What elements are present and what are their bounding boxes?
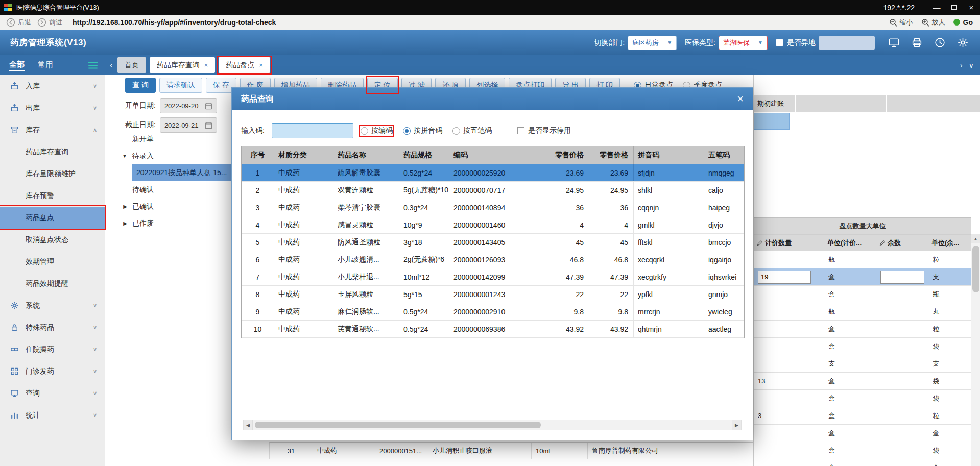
drug-table-row[interactable]: 6中成药小儿豉翘清...2g(无蔗糖)*6200000012609346.846… bbox=[242, 251, 744, 268]
sidebar-item-stock-limit-maintenance[interactable]: 库存量限额维护 bbox=[0, 163, 105, 185]
printer-icon[interactable] bbox=[911, 37, 923, 48]
sidebar-item-statistics[interactable]: 统计∨ bbox=[0, 404, 105, 426]
modal-close-icon[interactable]: × bbox=[737, 93, 744, 105]
stock-row[interactable]: 13盒袋 bbox=[754, 373, 971, 390]
hamburger-menu-icon[interactable] bbox=[88, 61, 98, 69]
stock-row[interactable]: 盒盒 bbox=[754, 459, 971, 466]
stock-row[interactable]: 瓶丸 bbox=[754, 303, 971, 321]
table-cell: xecqqrkl bbox=[634, 251, 704, 268]
stock-row[interactable]: 瓶粒 bbox=[754, 251, 971, 268]
tab-scroll-left-icon[interactable]: ‹ bbox=[110, 60, 113, 70]
qty-input[interactable] bbox=[758, 271, 811, 284]
show-disabled-checkbox-wrap[interactable]: 是否显示停用 bbox=[517, 126, 571, 135]
minimize-button[interactable]: — bbox=[928, 0, 945, 15]
start-date-label: 开单日期: bbox=[125, 101, 156, 110]
stock-row[interactable]: 盒瓶 bbox=[754, 286, 971, 303]
remote-input[interactable] bbox=[819, 36, 875, 50]
sidebar-item-inpatient-dispensing[interactable]: 住院摆药∨ bbox=[0, 338, 105, 360]
scroll-up-icon[interactable]: ▲ bbox=[971, 234, 980, 243]
zoom-out-button[interactable]: 缩小 bbox=[889, 18, 913, 27]
stock-row[interactable]: 盒袋 bbox=[754, 338, 971, 355]
scroll-right-icon[interactable]: ▶ bbox=[732, 420, 741, 430]
sidebar-item-inbound[interactable]: 入库∨ bbox=[0, 75, 105, 97]
address-bar[interactable]: http://192.168.100.70/his-yf/app/#/inven… bbox=[73, 18, 276, 27]
forward-button[interactable]: 前进 bbox=[37, 18, 62, 27]
drug-table-row[interactable]: 2中成药双黄连颗粒5g(无蔗糖)*10200000007071724.9524.… bbox=[242, 182, 744, 199]
stock-row[interactable]: 支支 bbox=[754, 355, 971, 373]
scrollbar-thumb[interactable] bbox=[972, 246, 979, 292]
input-code-field[interactable] bbox=[272, 123, 353, 138]
sidebar-item-outbound[interactable]: 出库∨ bbox=[0, 97, 105, 119]
zoom-in-button[interactable]: 放大 bbox=[921, 18, 945, 27]
tree-item-label: 已确认 bbox=[132, 202, 154, 211]
remainder-input[interactable] bbox=[880, 271, 924, 284]
radio-by-code[interactable]: 按编码 bbox=[361, 126, 393, 135]
tree-right-arrow-icon[interactable]: ▶ bbox=[106, 220, 127, 226]
drug-table-row[interactable]: 9中成药麻仁润肠软...0.5g*2420000000029109.89.8mr… bbox=[242, 303, 744, 321]
table-cell: 中成药 bbox=[274, 268, 333, 285]
sidebar-item-special-drugs[interactable]: 特殊药品∨ bbox=[0, 316, 105, 338]
stock-row[interactable]: 盒粒 bbox=[754, 321, 971, 338]
insurance-select[interactable]: 芜湖医保 ▼ bbox=[719, 36, 768, 50]
back-button[interactable]: 后退 bbox=[6, 18, 31, 27]
tree-down-arrow-icon[interactable]: ▼ bbox=[106, 153, 127, 159]
sidebar-item-drug-stock-query[interactable]: 药品库存查询 bbox=[0, 141, 105, 163]
sidebar-item-inventory[interactable]: 库存∧ bbox=[0, 119, 105, 141]
grid-bottom-row[interactable]: 31中成药2000000151...小儿消积止咳口服液10ml鲁南厚普制药有限公… bbox=[269, 442, 754, 459]
tab-close-icon[interactable]: × bbox=[204, 61, 208, 69]
sidebar-item-query[interactable]: 查询∨ bbox=[0, 382, 105, 404]
radio-by-wubi[interactable]: 按五笔码 bbox=[452, 126, 492, 135]
table-cell: 中成药 bbox=[274, 199, 333, 216]
screen-share-icon[interactable] bbox=[888, 37, 900, 48]
history-icon[interactable] bbox=[934, 37, 946, 48]
horizontal-scrollbar[interactable]: ◀ ▶ bbox=[243, 420, 742, 430]
stock-row[interactable]: 盒盒 bbox=[754, 425, 971, 442]
stock-row[interactable]: 盒袋 bbox=[754, 442, 971, 459]
sidebar-item-expiry-management[interactable]: 效期管理 bbox=[0, 251, 105, 273]
start-date-input[interactable]: 2022-09-20 bbox=[160, 98, 217, 113]
query-button[interactable]: 查 询 bbox=[125, 78, 156, 93]
stock-row[interactable]: 3盒粒 bbox=[754, 407, 971, 425]
sidebar-item-cancel-stocktake-status[interactable]: 取消盘点状态 bbox=[0, 229, 105, 251]
drug-table-row[interactable]: 5中成药防风通圣颗粒3g*1820000001434054545fftsklbm… bbox=[242, 234, 744, 251]
selected-grid-cell[interactable] bbox=[754, 113, 790, 130]
tree-right-arrow-icon[interactable]: ▶ bbox=[106, 204, 127, 209]
radio-by-pinyin[interactable]: 按拼音码 bbox=[403, 126, 442, 135]
sidebar-item-stock-warning[interactable]: 库存预警 bbox=[0, 185, 105, 207]
tab-list-dropdown-icon[interactable]: ∨ bbox=[969, 61, 974, 69]
stock-row[interactable]: 盒支 bbox=[754, 268, 971, 286]
sidebar-item-outpatient-dispensing[interactable]: 门诊发药∨ bbox=[0, 360, 105, 382]
tab-drug-stocktake[interactable]: 药品盘点× bbox=[219, 57, 270, 73]
remote-checkbox[interactable] bbox=[776, 39, 783, 46]
drug-table-row[interactable]: 1中成药疏风解毒胶囊0.52g*24200000002592023.6923.6… bbox=[242, 164, 744, 182]
tab-drug-stock-query[interactable]: 药品库存查询× bbox=[150, 57, 216, 73]
scrollbar-thumb[interactable] bbox=[255, 422, 541, 428]
sidebar-item-drug-stocktake[interactable]: 药品盘点 bbox=[0, 207, 105, 229]
table-cell: fftskl bbox=[634, 234, 704, 251]
close-button[interactable]: × bbox=[963, 0, 980, 15]
drug-table-row[interactable]: 4中成药感冒灵颗粒10g*9200000000146044gmlkldjvjo bbox=[242, 216, 744, 234]
tab-close-icon[interactable]: × bbox=[259, 61, 263, 69]
drug-table-row[interactable]: 3中成药柴芩清宁胶囊0.3g*2420000001408943636cqqnjn… bbox=[242, 199, 744, 216]
drug-table-row[interactable]: 10中成药芪黄通秘软...0.5g*24200000006938643.9243… bbox=[242, 321, 744, 338]
drug-table-row[interactable]: 8中成药玉屏风颗粒5g*1520000000012432222ypfklgnmj… bbox=[242, 286, 744, 303]
tab-home[interactable]: 首页 bbox=[117, 57, 146, 73]
table-cell: 5g(无蔗糖)*10 bbox=[399, 182, 449, 199]
menu-tab-common[interactable]: 常用 bbox=[38, 60, 53, 70]
scroll-left-icon[interactable]: ◀ bbox=[244, 420, 253, 430]
stock-row[interactable]: 盒袋 bbox=[754, 390, 971, 407]
menu-tab-all[interactable]: 全部 bbox=[9, 60, 25, 71]
maximize-button[interactable] bbox=[945, 0, 963, 15]
vertical-scrollbar[interactable]: ▲ bbox=[971, 234, 980, 466]
sidebar-item-system[interactable]: 系统∨ bbox=[0, 295, 105, 316]
drug-table-row[interactable]: 7中成药小儿柴桂退...10ml*12200000014209947.3947.… bbox=[242, 268, 744, 286]
request-confirm-button[interactable]: 请求确认 bbox=[159, 78, 202, 93]
go-button[interactable]: Go bbox=[963, 18, 973, 27]
table-cell: 47.39 bbox=[589, 268, 634, 285]
modal-header[interactable]: 药品查询 × bbox=[232, 88, 753, 110]
tab-scroll-right-icon[interactable]: › bbox=[960, 61, 963, 69]
dept-select[interactable]: 病区药房 ▼ bbox=[628, 36, 677, 50]
gear-icon[interactable] bbox=[957, 37, 969, 48]
sidebar-item-label: 统计 bbox=[26, 411, 40, 420]
sidebar-item-drug-expiry-reminder[interactable]: 药品效期提醒 bbox=[0, 273, 105, 295]
